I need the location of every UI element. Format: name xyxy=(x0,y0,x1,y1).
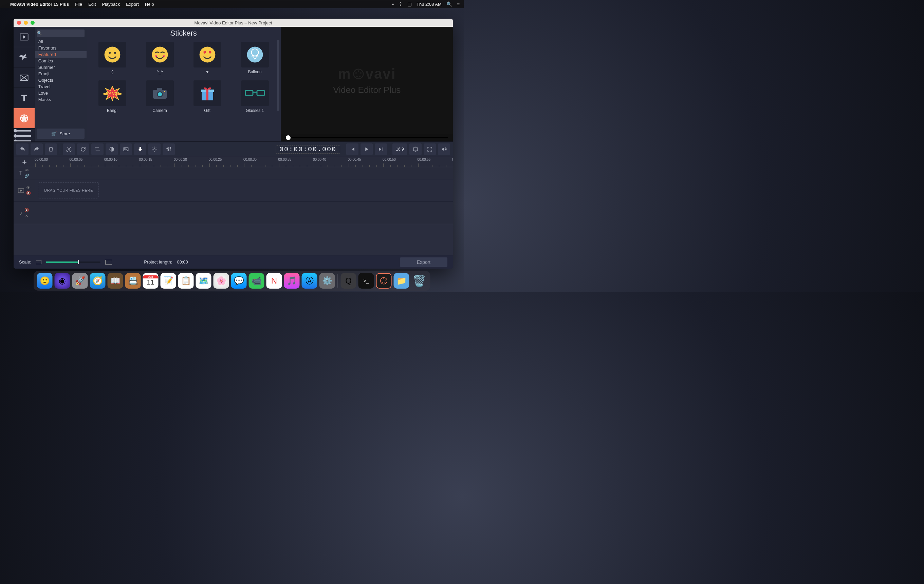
close-button[interactable] xyxy=(17,21,21,25)
menu-file[interactable]: File xyxy=(75,2,82,7)
progress-track[interactable] xyxy=(286,137,448,138)
status-icon-2[interactable]: ⇪ xyxy=(399,2,403,7)
video-track-head[interactable]: 👁🔇 xyxy=(13,179,35,201)
spotlight-icon[interactable]: 🔍 xyxy=(446,2,452,7)
sticker-item[interactable]: Camera xyxy=(141,81,179,113)
dock-trash[interactable]: 🗑️ xyxy=(411,273,427,289)
dock-downloads[interactable]: 📁 xyxy=(394,273,409,289)
sticker-item[interactable]: ^_^ xyxy=(141,42,179,74)
dock-itunes[interactable]: 🎵 xyxy=(284,273,300,289)
scale-thumb[interactable] xyxy=(78,260,79,264)
export-button[interactable]: Export xyxy=(400,257,447,267)
audio-track[interactable] xyxy=(35,202,453,224)
tab-titles[interactable] xyxy=(13,88,35,108)
sticker-item[interactable]: :) xyxy=(93,42,131,74)
dock-contacts[interactable]: 📇 xyxy=(125,273,141,289)
dock-maps[interactable]: 🗺️ xyxy=(196,273,211,289)
category-featured[interactable]: Featured xyxy=(35,51,87,58)
dock-news[interactable]: N xyxy=(266,273,282,289)
sticker-item[interactable]: Gift xyxy=(188,81,226,113)
redo-button[interactable] xyxy=(31,143,43,155)
dock-calendar[interactable]: OCT11 xyxy=(143,273,158,289)
dock-appstore[interactable]: Ⓐ xyxy=(302,273,317,289)
tab-list-view[interactable] xyxy=(13,130,35,141)
scale-in-icon[interactable] xyxy=(105,260,112,265)
equalizer-button[interactable] xyxy=(163,143,175,155)
color-adjust-button[interactable] xyxy=(106,143,118,155)
status-icon-1[interactable]: ▪ xyxy=(392,2,394,7)
dock-facetime[interactable]: 📹 xyxy=(249,273,264,289)
dock-messages[interactable]: 💬 xyxy=(231,273,247,289)
dock-siri[interactable]: ◉ xyxy=(54,273,70,289)
category-emoji[interactable]: Emoji xyxy=(35,71,87,77)
rotate-button[interactable] xyxy=(77,143,89,155)
dock-safari[interactable]: 🧭 xyxy=(90,273,106,289)
dock-quicktime[interactable]: Q xyxy=(341,273,356,289)
tab-filters[interactable] xyxy=(13,47,35,67)
window-titlebar[interactable]: Movavi Video Editor Plus – New Project xyxy=(13,19,453,27)
dock-photos[interactable]: 🌸 xyxy=(213,273,229,289)
menu-export[interactable]: Export xyxy=(126,2,139,7)
dropzone[interactable]: DRAG YOUR FILES HERE xyxy=(39,182,99,198)
tab-transitions[interactable] xyxy=(13,67,35,88)
play-button[interactable] xyxy=(360,143,373,155)
video-track[interactable]: DRAG YOUR FILES HERE xyxy=(35,179,453,201)
sticker-thumb-camera xyxy=(146,81,174,106)
progress-playhead[interactable] xyxy=(286,135,290,140)
tab-media[interactable] xyxy=(13,27,35,47)
store-button[interactable]: 🛒 Store xyxy=(37,128,84,139)
search-input[interactable] xyxy=(42,31,89,35)
scrollbar[interactable] xyxy=(277,39,279,111)
zoom-button[interactable] xyxy=(31,21,35,25)
dock-reminders[interactable]: 📋 xyxy=(178,273,194,289)
title-track[interactable] xyxy=(35,167,453,179)
cut-button[interactable] xyxy=(63,143,75,155)
dock-notes[interactable]: 📝 xyxy=(160,273,176,289)
record-audio-button[interactable] xyxy=(134,143,146,155)
menubar-app-name[interactable]: Movavi Video Editor 15 Plus xyxy=(10,2,69,7)
next-frame-button[interactable] xyxy=(375,143,387,155)
scale-out-icon[interactable] xyxy=(36,260,41,264)
sticker-item[interactable]: Balloon xyxy=(236,42,274,74)
category-summer[interactable]: Summer xyxy=(35,64,87,71)
crop-button[interactable] xyxy=(91,143,104,155)
category-travel[interactable]: Travel xyxy=(35,84,87,90)
menu-list-icon[interactable]: ≡ xyxy=(457,2,460,7)
fullscreen-button[interactable] xyxy=(424,143,436,155)
dock-app-1[interactable]: 📖 xyxy=(107,273,123,289)
time-ruler[interactable]: 00:00:0000:00:0500:00:1000:00:1500:00:20… xyxy=(35,157,453,167)
sticker-item[interactable]: ♥ xyxy=(188,42,226,74)
delete-button[interactable] xyxy=(45,143,57,155)
sticker-item[interactable]: BANG! Bang! xyxy=(93,81,131,113)
category-love[interactable]: Love xyxy=(35,90,87,96)
airplay-icon[interactable]: ▢ xyxy=(408,2,412,7)
title-track-head[interactable]: T👁🔗 xyxy=(13,167,35,179)
menu-edit[interactable]: Edit xyxy=(88,2,96,7)
dock-finder[interactable]: 🙂 xyxy=(37,273,53,289)
dock-terminal[interactable]: >_ xyxy=(358,273,374,289)
volume-button[interactable] xyxy=(438,143,450,155)
menubar-clock[interactable]: Thu 2:08 AM xyxy=(416,2,442,7)
category-favorites[interactable]: Favorites xyxy=(35,45,87,51)
category-comics[interactable]: Comics xyxy=(35,58,87,64)
aspect-ratio-button[interactable]: 16:9 xyxy=(393,143,408,155)
clip-properties-button[interactable] xyxy=(148,143,160,155)
category-all[interactable]: All xyxy=(35,38,87,45)
category-masks[interactable]: Masks xyxy=(35,96,87,103)
detach-preview-button[interactable] xyxy=(409,143,422,155)
category-objects[interactable]: Objects xyxy=(35,77,87,84)
audio-track-head[interactable]: ♪🔇✕ xyxy=(13,202,35,224)
scale-slider[interactable] xyxy=(46,262,101,263)
dock-movavi[interactable] xyxy=(376,273,392,289)
image-button[interactable] xyxy=(120,143,132,155)
undo-button[interactable] xyxy=(16,143,28,155)
preview-progress[interactable] xyxy=(281,134,453,141)
add-track-button[interactable]: ＋ xyxy=(13,157,35,167)
sticker-item[interactable]: Glasses 1 xyxy=(236,81,274,113)
menu-help[interactable]: Help xyxy=(145,2,154,7)
minimize-button[interactable] xyxy=(24,21,28,25)
prev-frame-button[interactable] xyxy=(346,143,358,155)
dock-launchpad[interactable]: 🚀 xyxy=(72,273,88,289)
dock-settings[interactable]: ⚙️ xyxy=(319,273,335,289)
menu-playback[interactable]: Playback xyxy=(102,2,120,7)
